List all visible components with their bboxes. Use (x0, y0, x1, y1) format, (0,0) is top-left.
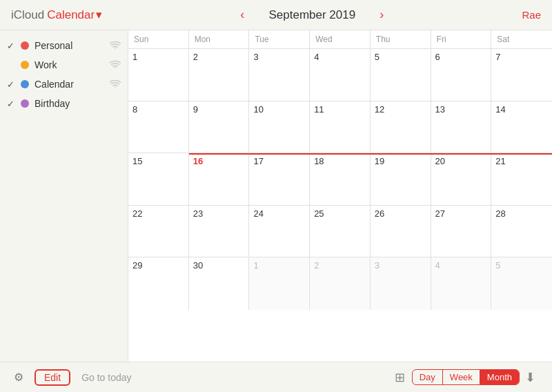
calendar-day-cell[interactable]: 30 (189, 257, 250, 310)
calendar-day-cell[interactable]: 8 (128, 101, 189, 153)
day-number: 1 (253, 260, 258, 271)
calendar-day-cell[interactable]: 4 (431, 257, 492, 310)
calendar-day-cell[interactable]: 10 (249, 101, 310, 153)
dropdown-arrow-icon: ▾ (96, 8, 102, 22)
today-indicator-line (189, 153, 552, 155)
next-month-button[interactable]: › (375, 6, 388, 23)
calendar-day-cell[interactable]: 18 (310, 153, 371, 205)
go-to-today-button[interactable]: Go to today (81, 372, 389, 383)
calendar-day-cell[interactable]: 1 (249, 257, 310, 310)
sidebar-item-label: Personal (34, 40, 110, 51)
svg-point-0 (115, 48, 116, 48)
svg-point-2 (115, 86, 116, 87)
user-name[interactable]: Rae (522, 9, 541, 21)
view-btn-week[interactable]: Week (443, 370, 480, 384)
calendar-day-cell[interactable]: 24 (249, 206, 310, 257)
view-btn-month[interactable]: Month (480, 370, 519, 384)
day-header-mon: Mon (189, 30, 250, 48)
sidebar-item-birthday[interactable]: ✓Birthday (0, 94, 128, 113)
footer-left: ⚙ Edit (11, 368, 70, 386)
checkmark-icon: ✓ (7, 99, 17, 109)
calendar-day-cell[interactable]: 16 (189, 153, 250, 205)
calendar-day-cell[interactable]: 29 (128, 257, 189, 310)
wifi-share-icon[interactable] (110, 60, 121, 70)
calendar-day-cell[interactable]: 3 (249, 49, 310, 101)
calendar-day-cell[interactable]: 5 (491, 257, 552, 310)
day-number: 29 (132, 260, 142, 271)
app-header: iCloud Calendar ▾ ‹ September 2019 › Rae (0, 0, 552, 30)
calendar-day-cell[interactable]: 19 (371, 153, 431, 205)
calendar-day-cell[interactable]: 23 (189, 206, 250, 257)
sidebar-item-personal[interactable]: ✓Personal (0, 36, 128, 55)
day-number: 22 (132, 208, 142, 219)
day-number: 8 (132, 104, 137, 115)
calendar-day-cell[interactable]: 28 (491, 206, 552, 257)
sidebar-item-calendar[interactable]: ✓Calendar (0, 75, 128, 94)
calendar-day-cell[interactable]: 17 (249, 153, 310, 205)
grid-icon[interactable]: ⊞ (389, 367, 411, 388)
day-number: 11 (314, 104, 324, 115)
day-number: 16 (193, 156, 203, 166)
calendar-day-cell[interactable]: 20 (431, 153, 492, 205)
calendar-day-cell[interactable]: 25 (310, 206, 371, 257)
wifi-share-icon[interactable] (110, 79, 121, 90)
settings-icon[interactable]: ⚙ (11, 368, 26, 386)
calendar-day-cell[interactable]: 22 (128, 206, 189, 257)
checkmark-icon: ✓ (7, 79, 17, 90)
day-number: 10 (253, 104, 263, 115)
sidebar-item-label: Birthday (34, 98, 121, 109)
calendar-day-cell[interactable]: 1 (128, 49, 189, 101)
calendar-week-1: 1234567 (128, 49, 552, 101)
month-navigation: ‹ September 2019 › (236, 6, 388, 23)
sidebar-item-work[interactable]: Work (0, 55, 128, 75)
icloud-text: iCloud (11, 8, 44, 22)
calendar-day-cell[interactable]: 27 (431, 206, 492, 257)
calendar-day-cell[interactable]: 9 (189, 101, 250, 153)
day-number: 14 (495, 104, 505, 115)
calendar-view: SunMonTueWedThuFriSat 123456789101112131… (128, 30, 552, 362)
calendar-day-cell[interactable]: 15 (128, 153, 189, 205)
wifi-share-icon[interactable] (110, 41, 121, 51)
calendar-day-cell[interactable]: 21 (491, 153, 552, 205)
calendar-week-5: 293012345 (128, 257, 552, 310)
calendar-day-cell[interactable]: 11 (310, 101, 371, 153)
day-number: 30 (193, 260, 203, 271)
calendar-dropdown[interactable]: Calendar ▾ (47, 8, 102, 22)
day-number: 20 (435, 156, 445, 166)
day-number: 28 (495, 208, 505, 219)
day-header-thu: Thu (371, 30, 431, 48)
download-icon[interactable]: ⬇ (520, 367, 541, 388)
edit-button[interactable]: Edit (34, 369, 70, 386)
calendar-day-cell[interactable]: 13 (431, 101, 492, 153)
checkmark-icon: ✓ (7, 41, 17, 51)
day-number: 2 (193, 52, 198, 62)
calendar-color-dot (21, 99, 29, 108)
calendar-week-2: 891011121314 (128, 101, 552, 154)
calendar-day-cell[interactable]: 6 (431, 49, 492, 101)
calendar-week-3: 15161718192021 (128, 153, 552, 206)
calendar-day-cell[interactable]: 26 (371, 206, 431, 257)
calendar-day-cell[interactable]: 3 (371, 257, 431, 310)
calendar-day-cell[interactable]: 2 (310, 257, 371, 310)
day-number: 12 (375, 104, 384, 115)
month-year-label: September 2019 (257, 8, 367, 22)
day-number: 5 (375, 52, 379, 62)
calendar-day-cell[interactable]: 5 (371, 49, 431, 101)
day-number: 18 (314, 156, 324, 166)
view-btn-day[interactable]: Day (413, 370, 443, 384)
calendar-day-cell[interactable]: 7 (491, 49, 552, 101)
day-number: 25 (314, 208, 324, 219)
calendar-color-dot (21, 61, 29, 69)
calendar-week-4: 22232425262728 (128, 206, 552, 258)
prev-month-button[interactable]: ‹ (236, 6, 248, 23)
calendar-body: 1234567891011121314151617181920212223242… (128, 49, 552, 362)
day-number: 1 (132, 52, 137, 62)
calendar-label: Calendar (47, 8, 95, 22)
calendar-day-cell[interactable]: 2 (189, 49, 250, 101)
calendar-day-cell[interactable]: 4 (310, 49, 371, 101)
day-number: 23 (193, 208, 203, 219)
calendar-day-cell[interactable]: 12 (371, 101, 431, 153)
day-number: 5 (495, 260, 500, 271)
day-number: 19 (375, 156, 384, 166)
calendar-day-cell[interactable]: 14 (491, 101, 552, 153)
